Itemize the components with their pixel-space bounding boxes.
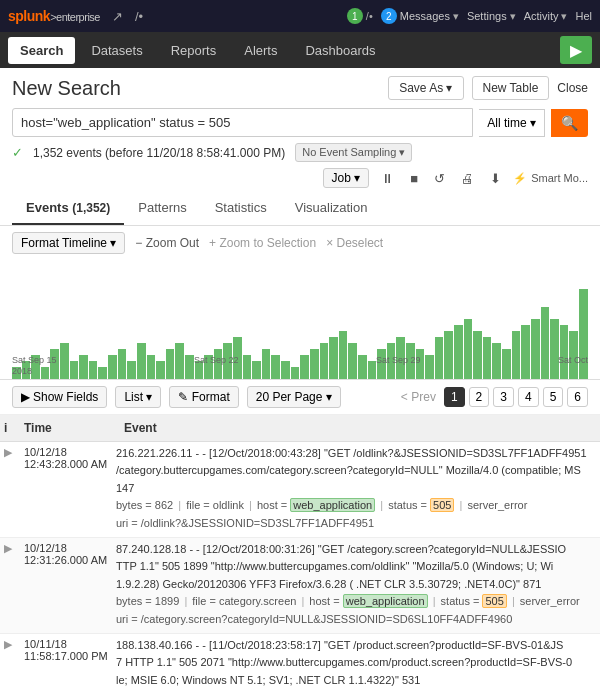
second-nav: Search Datasets Reports Alerts Dashboard…	[0, 32, 600, 68]
checkmark-icon: ✓	[12, 145, 23, 160]
tab-statistics[interactable]: Statistics	[201, 192, 281, 225]
nav-tab-search[interactable]: Search	[8, 37, 75, 64]
page-3-button[interactable]: 3	[493, 387, 514, 407]
stop-button[interactable]: ■	[406, 169, 422, 188]
show-fields-label: Show Fields	[33, 390, 98, 404]
event-line-2: TTP 1.1" 505 1899 "http://www.buttercupg…	[116, 559, 592, 574]
table-row: ▶ 10/12/1812:43:28.000 AM 216.221.226.11…	[0, 442, 600, 538]
event-text: 216.221.226.11 - - [12/Oct/2018:00:43:28…	[116, 442, 600, 537]
list-button[interactable]: List ▾	[115, 386, 161, 408]
notification-2[interactable]: 2 Messages ▾	[381, 8, 459, 24]
nav-icons: 1 /• 2 Messages ▾ Settings ▾ Activity ▾ …	[347, 8, 592, 24]
page-4-button[interactable]: 4	[518, 387, 539, 407]
close-button[interactable]: Close	[557, 81, 588, 95]
show-fields-button[interactable]: ▶ Show Fields	[12, 386, 107, 408]
event-time: 10/11/1811:58:17.000 PM	[16, 634, 116, 666]
activity-label: Activity	[524, 10, 559, 22]
activity-nav[interactable]: Activity ▾	[524, 10, 568, 23]
th-expand: i	[0, 415, 16, 441]
event-fields-1: bytes = 862 | file = oldlink | host = we…	[116, 498, 592, 513]
event-line-3: 147	[116, 481, 592, 496]
event-count-text: 1,352 events (before 11/20/18 8:58:41.00…	[33, 146, 285, 160]
run-button[interactable]: ▶	[560, 36, 592, 64]
messages-label: Messages	[400, 10, 450, 22]
page-title: New Search	[12, 77, 121, 100]
save-as-button[interactable]: Save As ▾	[388, 76, 463, 100]
event-row-main: ▶ 10/12/1812:43:28.000 AM 216.221.226.11…	[0, 442, 600, 537]
nav-tab-dashboards[interactable]: Dashboards	[293, 37, 387, 64]
event-fields-2: bytes = 1899 | file = category.screen | …	[116, 594, 592, 609]
host-value[interactable]: web_application	[343, 594, 428, 608]
per-page-button[interactable]: 20 Per Page ▾	[247, 386, 341, 408]
chart-label-sep29: Sat Sep 29	[376, 355, 421, 377]
job-button[interactable]: Job ▾	[323, 168, 370, 188]
content-tabs: Events (1,352) Patterns Statistics Visua…	[0, 192, 600, 226]
event-line-3: 1.9.2.28) Gecko/20120306 YFF3 Firefox/3.…	[116, 577, 592, 592]
refresh-button[interactable]: ↺	[430, 169, 449, 188]
chart-label-sep22: Sat Sep 22	[194, 355, 239, 377]
search-bar-row: All time ▾ 🔍	[0, 104, 600, 141]
smart-mode-label: Smart Mo...	[531, 172, 588, 184]
prev-button[interactable]: < Prev	[397, 388, 440, 406]
nav-tab-reports[interactable]: Reports	[159, 37, 229, 64]
top-nav: splunk>enterprise ↗ /• 1 /• 2 Messages ▾…	[0, 0, 600, 32]
nav-search-icon[interactable]: ↗	[112, 9, 123, 24]
expand-icon[interactable]: ▶	[0, 442, 16, 463]
event-row-main: ▶ 10/11/1811:58:17.000 PM 188.138.40.166…	[0, 634, 600, 689]
new-table-button[interactable]: New Table	[472, 76, 550, 100]
help-nav[interactable]: Hel	[575, 10, 592, 22]
smart-mode-indicator: ⚡ Smart Mo...	[513, 172, 588, 185]
search-input[interactable]	[12, 108, 473, 137]
expand-icon[interactable]: ▶	[0, 538, 16, 559]
tab-visualization[interactable]: Visualization	[281, 192, 382, 225]
event-line-2: /category.buttercupgames.com/category.sc…	[116, 463, 592, 478]
settings-nav[interactable]: Settings ▾	[467, 10, 516, 23]
no-sampling-button[interactable]: No Event Sampling ▾	[295, 143, 412, 162]
event-time: 10/12/1812:43:28.000 AM	[16, 442, 116, 474]
table-row: ▶ 10/11/1811:58:17.000 PM 188.138.40.166…	[0, 634, 600, 689]
page-6-button[interactable]: 6	[567, 387, 588, 407]
print-button[interactable]: 🖨	[457, 169, 478, 188]
pagination: < Prev 1 2 3 4 5 6	[397, 387, 588, 407]
nav-tab-alerts[interactable]: Alerts	[232, 37, 289, 64]
export-button[interactable]: ⬇	[486, 169, 505, 188]
event-line-1: 216.221.226.11 - - [12/Oct/2018:00:43:28…	[116, 446, 592, 461]
time-picker[interactable]: All time ▾	[479, 109, 545, 137]
event-text: 87.240.128.18 - - [12/Oct/2018:00:31:26]…	[116, 538, 600, 633]
timeline-controls: Format Timeline ▾ − Zoom Out + Zoom to S…	[0, 226, 600, 260]
nav-tab-datasets[interactable]: Datasets	[79, 37, 154, 64]
nav-pipe-icon: /•	[135, 9, 143, 24]
tab-events-count: (1,352)	[72, 201, 110, 215]
format-timeline-button[interactable]: Format Timeline ▾	[12, 232, 125, 254]
pause-button[interactable]: ⏸	[377, 169, 398, 188]
job-row: Job ▾ ⏸ ■ ↺ 🖨 ⬇ ⚡ Smart Mo...	[0, 166, 600, 192]
event-text: 188.138.40.166 - - [11/Oct/2018:23:58:17…	[116, 634, 600, 689]
tab-events-label: Events	[26, 200, 72, 215]
settings-label: Settings	[467, 10, 507, 22]
expand-icon[interactable]: ▶	[0, 634, 16, 655]
page-5-button[interactable]: 5	[543, 387, 564, 407]
event-line-2: 7 HTTP 1.1" 505 2071 "http://www.butterc…	[116, 655, 592, 670]
page-2-button[interactable]: 2	[469, 387, 490, 407]
deselect-button[interactable]: × Deselect	[326, 236, 383, 250]
tab-patterns[interactable]: Patterns	[124, 192, 200, 225]
results-controls: ▶ Show Fields List ▾ ✎ Format 20 Per Pag…	[0, 380, 600, 415]
event-line-3: le; MSIE 6.0; Windows NT 5.1; SV1; .NET …	[116, 673, 592, 688]
table-header: i Time Event	[0, 415, 600, 442]
status-value[interactable]: 505	[430, 498, 454, 512]
chart-label-sep15: Sat Sep 152018	[12, 355, 57, 377]
event-uri-1: uri = /oldlink?&JSESSIONID=SD3SL7FF1ADFF…	[116, 516, 592, 531]
table-row: ▶ 10/12/1812:31:26.000 AM 87.240.128.18 …	[0, 538, 600, 634]
format-button[interactable]: ✎ Format	[169, 386, 238, 408]
zoom-out-button[interactable]: − Zoom Out	[135, 236, 199, 250]
tab-events[interactable]: Events (1,352)	[12, 192, 124, 225]
event-row-main: ▶ 10/12/1812:31:26.000 AM 87.240.128.18 …	[0, 538, 600, 633]
header-actions: Save As ▾ New Table Close	[388, 76, 588, 100]
host-value[interactable]: web_application	[290, 498, 375, 512]
zoom-to-selection-button[interactable]: + Zoom to Selection	[209, 236, 316, 250]
notification-1[interactable]: 1 /•	[347, 8, 373, 24]
search-button[interactable]: 🔍	[551, 109, 588, 137]
chart-labels: Sat Sep 152018 Sat Sep 22 Sat Sep 29 Sat…	[12, 355, 588, 377]
page-1-button[interactable]: 1	[444, 387, 465, 407]
status-value[interactable]: 505	[482, 594, 506, 608]
